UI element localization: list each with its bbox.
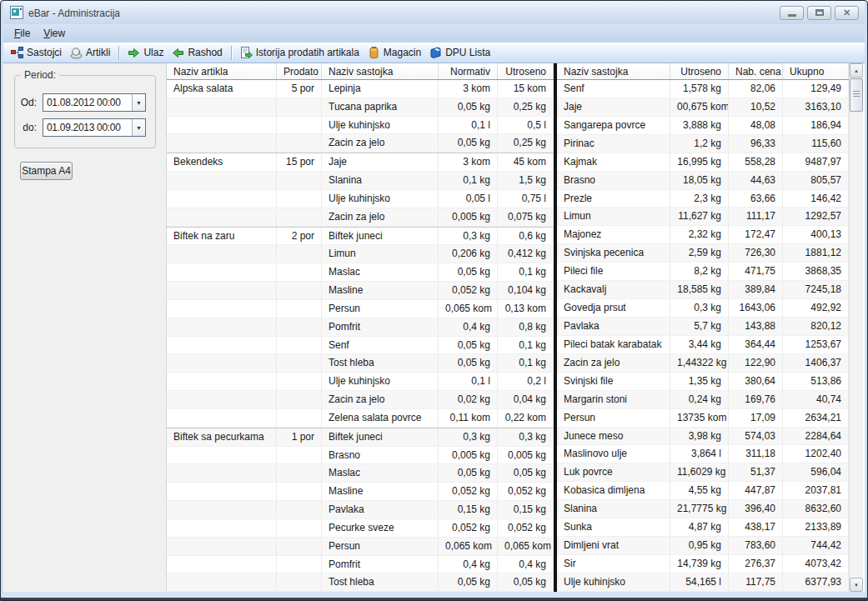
- scroll-up-button[interactable]: ▲: [850, 63, 863, 78]
- table-row[interactable]: Brasno18,05 kg44,63805,57: [557, 172, 849, 190]
- table-row[interactable]: Majonez2,32 kg172,47400,13: [557, 226, 849, 244]
- table-row[interactable]: Pecurke sveze0,052 kg0,052 kg: [167, 519, 554, 538]
- table-row[interactable]: Pavlaka5,7 kg143,88820,12: [557, 318, 849, 336]
- table-cell: 11,627 kg: [670, 208, 729, 225]
- table-cell: [277, 409, 322, 427]
- normativ-table: Naziv artiklaProdatoNaziv sastojkaNormat…: [167, 63, 554, 592]
- table-row[interactable]: Dimljeni vrat0,95 kg783,60744,42: [557, 537, 849, 555]
- column-header[interactable]: Nab. cena: [729, 63, 783, 79]
- column-header[interactable]: Naziv artikla: [167, 63, 277, 79]
- table-cell: Kackavalj: [557, 281, 670, 298]
- table-row[interactable]: Margarin stoni0,24 kg169,7640,74: [557, 391, 849, 409]
- toolbar-button-magacin[interactable]: Magacin: [364, 45, 425, 61]
- table-row[interactable]: Jaje00,675 kom10,523163,10: [557, 98, 849, 117]
- stampa-a4-button[interactable]: Stampa A4: [20, 162, 73, 180]
- table-row[interactable]: Tost hleba0,05 kg0,1 kg: [167, 354, 554, 373]
- table-cell: 3163,10: [783, 98, 849, 116]
- table-row[interactable]: Zelena salata povrce0,11 kom0,22 kom: [167, 409, 554, 428]
- table-cell: 0,052 kg: [439, 483, 498, 500]
- table-row[interactable]: Sir14,739 kg276,374073,42: [557, 555, 849, 573]
- table-row[interactable]: Luk povrce11,6029 kg51,37596,04: [557, 463, 849, 482]
- toolbar-button-istorija[interactable]: Istorija prodatih artikala: [236, 45, 364, 61]
- table-row[interactable]: Ulje kuhinjsko0,1 l0,2 l: [167, 373, 554, 391]
- close-button[interactable]: ✕: [835, 6, 859, 20]
- table-row[interactable]: Svinjski file1,35 kg380,64513,86: [557, 373, 849, 391]
- table-row[interactable]: Prezle2,3 kg63,66146,42: [557, 190, 849, 208]
- toolbar-button-sastojci[interactable]: Sastojci: [7, 45, 66, 61]
- vertical-scrollbar[interactable]: ▲ ▼: [849, 63, 863, 592]
- table-row[interactable]: Junece meso3,98 kg574,032284,64: [557, 428, 849, 446]
- table-row[interactable]: Tucana paprika0,05 kg0,25 kg: [167, 98, 554, 117]
- utrosak-table-body: Senf1,578 kg82,06129,49Jaje00,675 kom10,…: [557, 80, 849, 592]
- toolbar-button-rashod[interactable]: Rashod: [168, 45, 226, 61]
- column-header[interactable]: Utroseno: [498, 63, 554, 79]
- scroll-track[interactable]: [850, 113, 863, 578]
- table-row[interactable]: Tost hleba0,05 kg0,05 kg: [167, 573, 554, 592]
- table-row[interactable]: Zacin za jelo0,005 kg0,075 kg: [167, 208, 554, 227]
- scroll-down-button[interactable]: ▼: [850, 578, 863, 592]
- table-row[interactable]: Zacin za jelo1,44322 kg122,901406,37: [557, 354, 849, 373]
- column-header[interactable]: Prodato: [277, 63, 322, 79]
- table-cell: Sunka: [557, 518, 670, 536]
- menu-item-file[interactable]: File: [8, 25, 37, 42]
- table-row[interactable]: Sangarepa povrce3,888 kg48,08186,94: [557, 117, 849, 135]
- table-row[interactable]: Pirinac1,2 kg96,33115,60: [557, 135, 849, 153]
- table-cell: Biftek sa pecurkama: [167, 428, 277, 446]
- table-row[interactable]: Masline0,052 kg0,104 kg: [167, 282, 554, 300]
- table-row[interactable]: Persun13735 kom17,092634,21: [557, 409, 849, 428]
- table-row[interactable]: Ulje kuhinjsko0,1 l0,5 l: [167, 117, 554, 135]
- column-header[interactable]: Ukupno: [783, 63, 849, 79]
- table-row[interactable]: Maslinovo ulje3,864 l311,181202,40: [557, 445, 849, 463]
- period-groupbox-label: Period:: [21, 69, 59, 81]
- table-cell: 0,15 kg: [439, 501, 498, 518]
- table-row[interactable]: Brasno0,005 kg0,005 kg: [167, 447, 554, 465]
- table-row[interactable]: Persun0,065 kom0,065 kom: [167, 538, 554, 556]
- table-row[interactable]: Biftek sa pecurkama1 porBiftek juneci0,3…: [167, 428, 554, 447]
- toolbar-button-dpu-lista[interactable]: DPU Lista: [425, 45, 494, 61]
- table-row[interactable]: Zacin za jelo0,02 kg0,04 kg: [167, 391, 554, 409]
- table-cell: Biftek na zaru: [167, 228, 277, 245]
- column-header[interactable]: Naziv sastojka: [322, 63, 439, 79]
- table-row[interactable]: Ulje kuhinjsko0,05 l0,75 l: [167, 190, 554, 208]
- table-row[interactable]: Senf1,578 kg82,06129,49: [557, 80, 849, 98]
- table-row[interactable]: Kobasica dimljena4,55 kg447,872037,81: [557, 482, 849, 500]
- chevron-down-icon[interactable]: ▼: [132, 119, 145, 136]
- table-row[interactable]: Pomfrit0,4 kg0,8 kg: [167, 318, 554, 337]
- table-row[interactable]: Pavlaka0,15 kg0,15 kg: [167, 501, 554, 519]
- column-header[interactable]: Naziv sastojka: [557, 63, 670, 79]
- table-row[interactable]: Maslac0,05 kg0,1 kg: [167, 263, 554, 282]
- table-row[interactable]: Slanina0,1 kg1,5 kg: [167, 172, 554, 190]
- table-row[interactable]: Alpska salata5 porLepinja3 kom15 kom: [167, 80, 554, 98]
- table-row[interactable]: Limun0,206 kg0,412 kg: [167, 245, 554, 263]
- table-row[interactable]: Pomfrit0,4 kg0,4 kg: [167, 556, 554, 574]
- table-row[interactable]: Masline0,052 kg0,052 kg: [167, 483, 554, 501]
- table-cell: 13735 kom: [670, 409, 729, 427]
- table-row[interactable]: Senf0,05 kg0,1 kg: [167, 337, 554, 355]
- table-row[interactable]: Slanina21,7775 kg396,408632,60: [557, 500, 849, 518]
- toolbar-button-artikli[interactable]: Artikli: [66, 45, 114, 61]
- table-row[interactable]: Maslac0,05 kg0,05 kg: [167, 464, 554, 483]
- table-row[interactable]: Pileci batak karabatak3,44 kg364,441253,…: [557, 336, 849, 354]
- table-row[interactable]: Kackavalj18,585 kg389,847245,18: [557, 281, 849, 299]
- table-row[interactable]: Zacin za jelo0,05 kg0,25 kg: [167, 134, 554, 153]
- column-header[interactable]: Utroseno: [670, 63, 729, 79]
- table-row[interactable]: Govedja prsut0,3 kg1643,06492,92: [557, 299, 849, 318]
- table-row[interactable]: Pileci file8,2 kg471,753868,35: [557, 263, 849, 281]
- minimize-button[interactable]: [780, 6, 804, 20]
- od-date-input[interactable]: 01.08.2012 00:00 ▼: [43, 93, 146, 112]
- table-row[interactable]: Limun11,627 kg111,171292,57: [557, 208, 849, 226]
- do-date-input[interactable]: 01.09.2013 00:00 ▼: [43, 118, 146, 137]
- menu-item-view[interactable]: View: [37, 25, 72, 42]
- table-row[interactable]: Sunka4,87 kg438,172133,89: [557, 518, 849, 537]
- table-row[interactable]: Persun0,065 kom0,13 kom: [167, 300, 554, 318]
- table-row[interactable]: Svinjska pecenica2,59 kg726,301881,12: [557, 244, 849, 263]
- table-row[interactable]: Ulje kuhinjsko54,165 l117,756377,93: [557, 573, 849, 592]
- table-row[interactable]: Kajmak16,995 kg558,289487,97: [557, 153, 849, 172]
- toolbar-button-ulaz[interactable]: Ulaz: [123, 45, 168, 61]
- maximize-button[interactable]: [807, 6, 831, 20]
- column-header[interactable]: Normativ: [439, 63, 498, 79]
- chevron-down-icon[interactable]: ▼: [132, 94, 145, 111]
- table-row[interactable]: Biftek na zaru2 porBiftek juneci0,3 kg0,…: [167, 227, 554, 246]
- scroll-thumb[interactable]: [850, 78, 863, 112]
- table-row[interactable]: Bekendeks15 porJaje3 kom45 kom: [167, 153, 554, 172]
